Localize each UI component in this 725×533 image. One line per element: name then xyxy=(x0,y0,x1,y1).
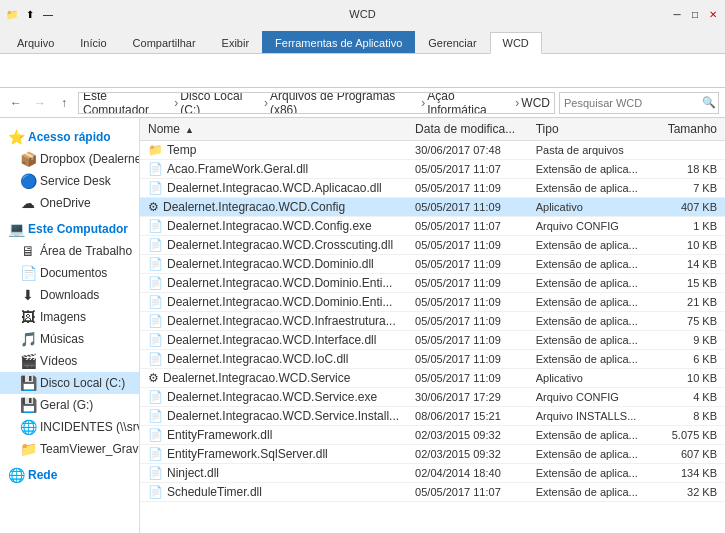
path-acao[interactable]: Ação Informática xyxy=(427,92,513,114)
file-name-cell[interactable]: 📄 Dealernet.Integracao.WCD.Service.Insta… xyxy=(140,407,407,426)
table-row[interactable]: 📄 Dealernet.Integracao.WCD.Dominio.dll 0… xyxy=(140,255,725,274)
file-name-cell[interactable]: 📄 Dealernet.Integracao.WCD.Crosscuting.d… xyxy=(140,236,407,255)
file-name-cell[interactable]: 📄 Acao.FrameWork.Geral.dll xyxy=(140,160,407,179)
tab-inicio[interactable]: Início xyxy=(67,31,119,53)
sidebar-item-geral[interactable]: 💾 Geral (G:) xyxy=(0,394,139,416)
file-type: Extensão de aplica... xyxy=(528,350,650,369)
file-size: 14 KB xyxy=(650,255,725,274)
sidebar-item-incidentes[interactable]: 🌐 INCIDENTES (\\srvn xyxy=(0,416,139,438)
table-row[interactable]: ⚙ Dealernet.Integracao.WCD.Config 05/05/… xyxy=(140,198,725,217)
file-name-cell[interactable]: ⚙ Dealernet.Integracao.WCD.Service xyxy=(140,369,407,388)
file-name-cell[interactable]: 📄 Dealernet.Integracao.WCD.Aplicacao.dll xyxy=(140,179,407,198)
sidebar-item-imagens[interactable]: 🖼 Imagens xyxy=(0,306,139,328)
sidebar-item-downloads[interactable]: ⬇ Downloads xyxy=(0,284,139,306)
tab-exibir[interactable]: Exibir xyxy=(209,31,263,53)
file-type: Extensão de aplica... xyxy=(528,483,650,502)
table-row[interactable]: 📄 Dealernet.Integracao.WCD.Dominio.Enti.… xyxy=(140,293,725,312)
table-row[interactable]: 📄 ScheduleTimer.dll 05/05/2017 11:07 Ext… xyxy=(140,483,725,502)
search-input[interactable] xyxy=(564,97,702,109)
quick-access-icon[interactable]: ⬆ xyxy=(22,6,38,22)
file-name-cell[interactable]: 📄 EntityFramework.dll xyxy=(140,426,407,445)
col-tamanho[interactable]: Tamanho xyxy=(650,118,725,141)
path-disco-local[interactable]: Disco Local (C:) xyxy=(180,92,262,114)
table-row[interactable]: 📁 Temp 30/06/2017 07:48 Pasta de arquivo… xyxy=(140,141,725,160)
sidebar-item-dropbox[interactable]: 📦 Dropbox (Dealernet) xyxy=(0,148,139,170)
col-nome[interactable]: Nome ▲ xyxy=(140,118,407,141)
col-tipo[interactable]: Tipo xyxy=(528,118,650,141)
sidebar-item-teamviewer[interactable]: 📁 TeamViewer_Gravac xyxy=(0,438,139,460)
file-date: 05/05/2017 11:09 xyxy=(407,179,528,198)
sidebar-item-acesso-rapido[interactable]: ⭐ Acesso rápido xyxy=(0,126,139,148)
file-size: 4 KB xyxy=(650,388,725,407)
file-name-cell[interactable]: 📄 Ninject.dll xyxy=(140,464,407,483)
file-name-cell[interactable]: 📄 Dealernet.Integracao.WCD.Interface.dll xyxy=(140,331,407,350)
maximize-window-button[interactable]: □ xyxy=(687,6,703,22)
table-row[interactable]: 📄 Dealernet.Integracao.WCD.Aplicacao.dll… xyxy=(140,179,725,198)
sidebar-item-este-computador[interactable]: 💻 Este Computador xyxy=(0,218,139,240)
file-name: EntityFramework.SqlServer.dll xyxy=(167,447,328,461)
file-name: Dealernet.Integracao.WCD.Crosscuting.dll xyxy=(167,238,393,252)
table-row[interactable]: 📄 Dealernet.Integracao.WCD.Crosscuting.d… xyxy=(140,236,725,255)
file-type: Arquivo CONFIG xyxy=(528,217,650,236)
table-row[interactable]: 📄 EntityFramework.dll 02/03/2015 09:32 E… xyxy=(140,426,725,445)
file-name-cell[interactable]: 📄 Dealernet.Integracao.WCD.IoC.dll xyxy=(140,350,407,369)
address-path[interactable]: Este Computador › Disco Local (C:) › Arq… xyxy=(78,92,555,114)
col-data[interactable]: Data de modifica... xyxy=(407,118,528,141)
forward-button[interactable]: → xyxy=(30,93,50,113)
table-row[interactable]: 📄 Dealernet.Integracao.WCD.Service.exe 3… xyxy=(140,388,725,407)
file-name-cell[interactable]: 📄 Dealernet.Integracao.WCD.Dominio.dll xyxy=(140,255,407,274)
file-type: Pasta de arquivos xyxy=(528,141,650,160)
table-row[interactable]: 📄 Ninject.dll 02/04/2014 18:40 Extensão … xyxy=(140,464,725,483)
table-row[interactable]: 📄 Dealernet.Integracao.WCD.Infraestrutur… xyxy=(140,312,725,331)
videos-icon: 🎬 xyxy=(20,353,36,369)
up-button[interactable]: ↑ xyxy=(54,93,74,113)
file-name-cell[interactable]: 📄 Dealernet.Integracao.WCD.Service.exe xyxy=(140,388,407,407)
table-row[interactable]: 📄 Acao.FrameWork.Geral.dll 05/05/2017 11… xyxy=(140,160,725,179)
file-name-cell[interactable]: 📄 ScheduleTimer.dll xyxy=(140,483,407,502)
table-row[interactable]: 📄 Dealernet.Integracao.WCD.Dominio.Enti.… xyxy=(140,274,725,293)
sidebar-item-documentos[interactable]: 📄 Documentos xyxy=(0,262,139,284)
file-name: Dealernet.Integracao.WCD.Dominio.Enti... xyxy=(167,276,392,290)
table-row[interactable]: 📄 Dealernet.Integracao.WCD.Service.Insta… xyxy=(140,407,725,426)
file-size: 134 KB xyxy=(650,464,725,483)
tab-compartilhar[interactable]: Compartilhar xyxy=(120,31,209,53)
file-type: Aplicativo xyxy=(528,369,650,388)
file-icon: 📄 xyxy=(148,333,163,347)
file-name-cell[interactable]: 📄 Dealernet.Integracao.WCD.Infraestrutur… xyxy=(140,312,407,331)
table-row[interactable]: 📄 EntityFramework.SqlServer.dll 02/03/20… xyxy=(140,445,725,464)
file-name: EntityFramework.dll xyxy=(167,428,272,442)
close-window-button[interactable]: ✕ xyxy=(705,6,721,22)
table-row[interactable]: ⚙ Dealernet.Integracao.WCD.Service 05/05… xyxy=(140,369,725,388)
file-name-cell[interactable]: 📄 EntityFramework.SqlServer.dll xyxy=(140,445,407,464)
sidebar-item-area-de-trabalho[interactable]: 🖥 Área de Trabalho xyxy=(0,240,139,262)
table-row[interactable]: 📄 Dealernet.Integracao.WCD.Interface.dll… xyxy=(140,331,725,350)
file-type: Arquivo INSTALLS... xyxy=(528,407,650,426)
sidebar-item-musicas[interactable]: 🎵 Músicas xyxy=(0,328,139,350)
table-row[interactable]: 📄 Dealernet.Integracao.WCD.Config.exe 05… xyxy=(140,217,725,236)
file-type: Extensão de aplica... xyxy=(528,331,650,350)
file-name-cell[interactable]: ⚙ Dealernet.Integracao.WCD.Config xyxy=(140,198,407,217)
sidebar-item-service-desk[interactable]: 🔵 Service Desk xyxy=(0,170,139,192)
folder-tv-icon: 📁 xyxy=(20,441,36,457)
back-button[interactable]: ← xyxy=(6,93,26,113)
path-arquivos[interactable]: Arquivos de Programas (x86) xyxy=(270,92,419,114)
file-name-cell[interactable]: 📄 Dealernet.Integracao.WCD.Dominio.Enti.… xyxy=(140,274,407,293)
file-name-cell[interactable]: 📁 Temp xyxy=(140,141,407,160)
minimize-button[interactable]: — xyxy=(40,6,56,22)
tab-arquivo[interactable]: Arquivo xyxy=(4,31,67,53)
file-icon: 📄 xyxy=(148,390,163,404)
tab-ferramentas[interactable]: Ferramentas de Aplicativo xyxy=(262,31,415,53)
minimize-window-button[interactable]: ─ xyxy=(669,6,685,22)
sidebar-item-videos[interactable]: 🎬 Vídeos xyxy=(0,350,139,372)
sidebar-item-disco-local[interactable]: 💾 Disco Local (C:) xyxy=(0,372,139,394)
file-name-cell[interactable]: 📄 Dealernet.Integracao.WCD.Config.exe xyxy=(140,217,407,236)
tab-wcd[interactable]: WCD xyxy=(490,32,542,54)
sidebar-item-rede[interactable]: 🌐 Rede xyxy=(0,464,139,486)
path-wcd[interactable]: WCD xyxy=(521,96,550,110)
sidebar-item-onedrive[interactable]: ☁ OneDrive xyxy=(0,192,139,214)
search-box[interactable]: 🔍 xyxy=(559,92,719,114)
tab-gerenciar[interactable]: Gerenciar xyxy=(415,31,489,53)
file-name-cell[interactable]: 📄 Dealernet.Integracao.WCD.Dominio.Enti.… xyxy=(140,293,407,312)
path-este-computador[interactable]: Este Computador xyxy=(83,92,172,114)
table-row[interactable]: 📄 Dealernet.Integracao.WCD.IoC.dll 05/05… xyxy=(140,350,725,369)
